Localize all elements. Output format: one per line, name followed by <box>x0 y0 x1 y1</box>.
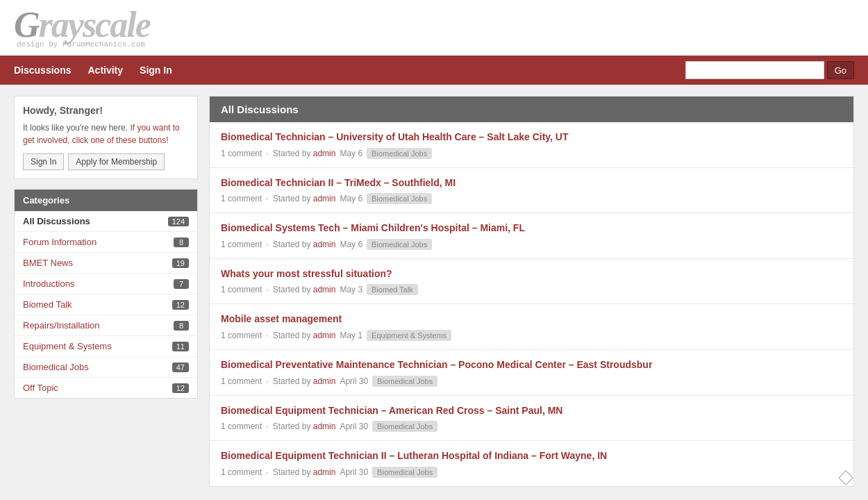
sidebar-item-forum-info[interactable]: Forum Information 8 <box>15 232 197 253</box>
discussion-meta: 1 comment · Started by admin April 30 Bi… <box>221 467 842 478</box>
discussion-author[interactable]: admin <box>313 285 336 294</box>
discussion-item: Biomedical Preventative Maintenance Tech… <box>210 350 853 396</box>
cat-label: Introductions <box>23 278 74 289</box>
discussion-meta: 1 comment · Started by admin May 1 Equip… <box>221 330 842 341</box>
discussion-author[interactable]: admin <box>313 149 336 158</box>
discussion-tag[interactable]: Biomed Talk <box>367 284 418 295</box>
categories-box: Categories All Discussions 124 Forum Inf… <box>14 189 198 399</box>
sidebar-item-biomed-talk[interactable]: Biomed Talk 12 <box>15 294 197 315</box>
cat-label: Biomedical Jobs <box>23 362 89 372</box>
discussion-author[interactable]: admin <box>313 331 336 340</box>
sidebar-item-repairs[interactable]: Repairs/Installation 8 <box>15 315 197 336</box>
discussion-meta: 1 comment · Started by admin May 6 Biome… <box>221 239 842 250</box>
cat-label: Off Topic <box>23 383 58 393</box>
sidebar-item-introductions[interactable]: Introductions 7 <box>15 274 197 294</box>
discussion-list: Biomedical Technician – University of Ut… <box>210 122 853 486</box>
cat-count: 124 <box>168 217 189 226</box>
categories-title: Categories <box>15 190 197 211</box>
cat-label: All Discussions <box>23 216 90 226</box>
cat-label: Forum Information <box>23 237 97 247</box>
discussion-item: Biomedical Equipment Technician – Americ… <box>210 396 853 442</box>
greeting-text: It looks like you're new here. If you wa… <box>23 122 189 147</box>
discussion-tag[interactable]: Biomedical Jobs <box>367 239 432 250</box>
greeting-box: Howdy, Stranger! It looks like you're ne… <box>14 96 198 179</box>
greeting-title: Howdy, Stranger! <box>23 105 189 116</box>
cat-label: BMET News <box>23 258 73 268</box>
apply-membership-button[interactable]: Apply for Membership <box>68 153 165 170</box>
main-layout: Howdy, Stranger! It looks like you're ne… <box>0 85 868 498</box>
svg-marker-0 <box>839 471 853 485</box>
discussion-meta: 1 comment · Started by admin May 6 Biome… <box>221 193 842 204</box>
content-area: All Discussions Biomedical Technician – … <box>209 96 854 487</box>
logo: Grayscale design by ForumMechanics.com <box>14 7 150 49</box>
cat-count: 47 <box>172 362 189 372</box>
comment-count: 1 comment <box>221 376 262 386</box>
comment-count: 1 comment <box>221 285 262 294</box>
logo-title: Grayscale <box>14 7 150 43</box>
discussion-tag[interactable]: Biomedical Jobs <box>367 148 432 159</box>
nav-discussions[interactable]: Discussions <box>14 65 71 76</box>
discussion-author[interactable]: admin <box>313 422 336 431</box>
discussion-item: Biomedical Equipment Technician II – Lut… <box>210 441 853 486</box>
discussion-title[interactable]: Biomedical Equipment Technician – Americ… <box>221 404 842 418</box>
diamond-icon <box>837 469 854 486</box>
search-area: Go <box>685 61 854 79</box>
search-button[interactable]: Go <box>827 61 854 79</box>
discussion-title[interactable]: Biomedical Systems Tech – Miami Children… <box>221 222 842 235</box>
comment-count: 1 comment <box>221 422 262 431</box>
discussion-author[interactable]: admin <box>313 240 336 249</box>
discussion-author[interactable]: admin <box>313 467 336 477</box>
search-input[interactable] <box>685 61 824 79</box>
comment-count: 1 comment <box>221 240 262 249</box>
nav-signin[interactable]: Sign In <box>140 65 172 76</box>
discussion-tag[interactable]: Biomedical Jobs <box>372 376 437 387</box>
discussion-item: Biomedical Systems Tech – Miami Children… <box>210 213 853 259</box>
discussion-item: Mobile asset management 1 comment · Star… <box>210 304 853 350</box>
cat-count: 7 <box>174 279 189 289</box>
discussion-meta: 1 comment · Started by admin May 3 Biome… <box>221 284 842 295</box>
comment-count: 1 comment <box>221 149 262 158</box>
discussion-title[interactable]: Biomedical Equipment Technician II – Lut… <box>221 449 842 463</box>
cat-label: Repairs/Installation <box>23 320 100 331</box>
sidebar-item-all[interactable]: All Discussions 124 <box>15 211 197 232</box>
cat-count: 8 <box>174 321 189 331</box>
discussion-meta: 1 comment · Started by admin May 6 Biome… <box>221 148 842 159</box>
discussion-title[interactable]: Mobile asset management <box>221 312 842 326</box>
signin-button[interactable]: Sign In <box>23 153 64 170</box>
categories-list: All Discussions 124 Forum Information 8 … <box>15 211 197 398</box>
navbar: Discussions Activity Sign In Go <box>0 56 868 85</box>
sidebar-item-bio-jobs[interactable]: Biomedical Jobs 47 <box>15 357 197 378</box>
sidebar-item-bmet-news[interactable]: BMET News 19 <box>15 253 197 274</box>
discussion-item: Biomedical Technician II – TriMedx – Sou… <box>210 168 853 214</box>
discussion-title[interactable]: Whats your most stressful situation? <box>221 267 842 281</box>
cat-count: 12 <box>172 383 189 393</box>
discussion-title[interactable]: Biomedical Technician II – TriMedx – Sou… <box>221 176 842 190</box>
cat-label: Biomed Talk <box>23 299 72 310</box>
discussion-tag[interactable]: Biomedical Jobs <box>367 193 432 204</box>
sidebar-item-off-topic[interactable]: Off Topic 12 <box>15 378 197 398</box>
discussion-title[interactable]: Biomedical Preventative Maintenance Tech… <box>221 358 842 372</box>
cat-count: 19 <box>172 258 189 268</box>
cat-label: Equipment & Systems <box>23 341 112 351</box>
discussion-item: Whats your most stressful situation? 1 c… <box>210 259 853 305</box>
discussion-tag[interactable]: Biomedical Jobs <box>372 421 437 432</box>
discussion-meta: 1 comment · Started by admin April 30 Bi… <box>221 376 842 387</box>
discussion-title[interactable]: Biomedical Technician – University of Ut… <box>221 131 842 144</box>
discussion-tag[interactable]: Biomedical Jobs <box>372 467 437 478</box>
header: Grayscale design by ForumMechanics.com <box>0 0 868 56</box>
comment-count: 1 comment <box>221 194 262 203</box>
cat-count: 11 <box>172 342 189 351</box>
comment-count: 1 comment <box>221 331 262 340</box>
discussion-item: Biomedical Technician – University of Ut… <box>210 122 853 168</box>
content-title: All Discussions <box>210 97 853 122</box>
discussion-author[interactable]: admin <box>313 376 336 386</box>
discussion-tag[interactable]: Equipment & Systems <box>367 330 451 341</box>
comment-count: 1 comment <box>221 467 262 477</box>
discussion-meta: 1 comment · Started by admin April 30 Bi… <box>221 421 842 432</box>
discussion-author[interactable]: admin <box>313 194 336 203</box>
nav-activity[interactable]: Activity <box>87 65 123 76</box>
cat-count: 12 <box>172 300 189 310</box>
logo-subtitle: design by ForumMechanics.com <box>14 40 150 49</box>
sidebar: Howdy, Stranger! It looks like you're ne… <box>14 96 198 487</box>
sidebar-item-equipment[interactable]: Equipment & Systems 11 <box>15 336 197 357</box>
